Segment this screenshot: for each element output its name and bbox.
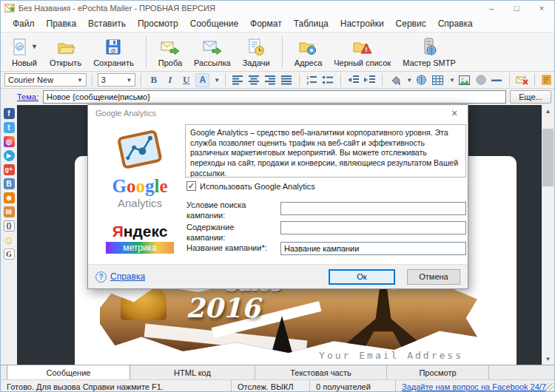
addresses-button[interactable]: Адреса [289, 34, 329, 70]
more-button[interactable]: Еще... [510, 90, 551, 104]
tab-text-part[interactable]: Текстовая часть [255, 365, 387, 379]
smiley-icon[interactable]: ☺ [4, 234, 15, 246]
main-toolbar: @ ▼ Новый Открыть @ Сохранить Проба Расс… [1, 33, 554, 72]
campaign-name-input[interactable] [280, 242, 466, 255]
minimize-button[interactable]: – [479, 1, 504, 16]
ok-button[interactable]: Ок [329, 269, 395, 285]
font-color-button[interactable]: A [195, 73, 209, 87]
fill-color-dropdown-arrow[interactable]: ▼ [406, 77, 412, 84]
font-family-select[interactable]: Courier New▼ [4, 73, 87, 87]
campaign-term-input[interactable] [280, 202, 466, 215]
font-color-dropdown-arrow[interactable]: ▼ [214, 77, 220, 84]
menu-file[interactable]: Файл [7, 16, 41, 31]
save-button[interactable]: @ Сохранить [87, 34, 140, 70]
googleplus-icon[interactable]: g+ [4, 164, 15, 175]
paris-collage-image: Sales 2016 [100, 280, 477, 353]
subject-label-link[interactable]: Тема: [17, 92, 38, 101]
menu-format[interactable]: Формат [244, 16, 288, 31]
chevron-down-icon: ▼ [126, 77, 132, 84]
bullet-list-icon[interactable] [321, 73, 335, 87]
odnoklassniki-icon[interactable]: ☻ [4, 192, 15, 203]
subject-input[interactable] [43, 90, 506, 104]
new-button[interactable]: @ ▼ Новый [5, 34, 44, 70]
send-campaign-button[interactable]: Рассылка [188, 34, 237, 70]
test-envelope-icon [160, 37, 180, 57]
yandex-wordmark: Яндекс [95, 223, 184, 240]
align-right-icon[interactable] [263, 73, 278, 87]
tab-message[interactable]: Сообщение [7, 365, 130, 379]
horizontal-rule-icon[interactable] [490, 73, 504, 87]
vertical-scrollbar[interactable]: ▲ ▼ [542, 105, 554, 365]
svg-text:!: ! [365, 46, 367, 53]
maximize-button[interactable]: □ [504, 1, 529, 16]
checkbox-checked-icon[interactable]: ✓ [186, 181, 196, 191]
window-title: Без Названия - ePochta Mailer - ПРОБНАЯ … [18, 4, 215, 13]
fill-color-icon[interactable] [388, 73, 402, 87]
facebook-support-link[interactable]: Задайте нам вопрос на Facebook 24/7 [402, 382, 546, 391]
title-bar: Без Названия - ePochta Mailer - ПРОБНАЯ … [1, 1, 554, 16]
menu-service[interactable]: Сервис [390, 16, 432, 31]
new-document-icon: @ [11, 37, 29, 57]
braces-icon[interactable]: {} [4, 220, 15, 232]
instagram-icon[interactable]: ◎ [4, 136, 15, 147]
menu-edit[interactable]: Правка [41, 16, 83, 31]
menu-settings[interactable]: Настройки [334, 16, 390, 31]
dialog-close-icon[interactable]: × [447, 107, 462, 119]
menu-table[interactable]: Таблица [288, 16, 334, 31]
resize-grip[interactable] [545, 383, 554, 392]
smtp-wizard-button[interactable]: Мастер SMTP [397, 34, 462, 70]
bold-button[interactable]: B [147, 73, 161, 87]
svg-text:1: 1 [306, 75, 309, 80]
telegram-icon[interactable]: ▶ [4, 150, 15, 161]
new-dropdown-arrow[interactable]: ▼ [31, 43, 38, 50]
cancel-button[interactable]: Отмена [407, 269, 460, 285]
tasks-button[interactable]: Задачи [237, 34, 276, 70]
close-button[interactable]: × [529, 1, 554, 16]
source-code-icon[interactable] [540, 73, 554, 87]
scroll-down-arrow[interactable]: ▼ [542, 353, 554, 365]
hyperlink-globe-icon[interactable] [414, 73, 428, 87]
save-floppy-icon: @ [104, 37, 123, 57]
twitter-icon[interactable]: t [4, 122, 15, 133]
indent-icon[interactable] [363, 73, 377, 87]
emoticon-icon[interactable] [474, 73, 488, 87]
italic-button[interactable]: I [163, 73, 177, 87]
vkontakte-icon[interactable]: В [4, 178, 15, 189]
svg-text:@: @ [16, 44, 22, 50]
envelope-icon[interactable]: ✉ [4, 206, 15, 217]
use-analytics-checkbox-row[interactable]: ✓ Использовать Google Analytics [186, 181, 315, 191]
test-send-button[interactable]: Проба [152, 34, 188, 70]
scrollbar-thumb[interactable] [542, 129, 554, 186]
campaign-content-label: Содержание кампании: [186, 223, 274, 243]
google-analytics-dialog: Google Analytics × Google Analytics Янде… [87, 104, 468, 289]
g-letter-icon[interactable]: G [4, 249, 15, 260]
open-button[interactable]: Открыть [44, 34, 87, 70]
table-dropdown-arrow[interactable]: ▼ [449, 77, 455, 84]
menu-insert[interactable]: Вставить [82, 16, 132, 31]
outdent-icon[interactable] [346, 73, 360, 87]
menu-help[interactable]: Справка [432, 16, 479, 31]
tab-preview[interactable]: Просмотр [387, 365, 489, 379]
underline-button[interactable]: U [179, 73, 193, 87]
font-size-select[interactable]: 3▼ [98, 73, 136, 87]
help-link[interactable]: Справка [110, 271, 145, 282]
help-question-icon[interactable]: ? [95, 271, 107, 283]
menu-message[interactable]: Сообщение [184, 16, 244, 31]
tab-html-code[interactable]: HTML код [130, 365, 255, 379]
blacklist-button[interactable]: ! Черный список [328, 34, 397, 70]
menu-bar: Файл Правка Вставить Просмотр Сообщение … [1, 16, 554, 33]
insert-image-icon[interactable] [457, 73, 471, 87]
scroll-up-arrow[interactable]: ▲ [542, 105, 554, 117]
tasks-clock-icon [246, 37, 266, 57]
facebook-icon[interactable]: f [4, 108, 15, 119]
insert-table-icon[interactable] [431, 73, 445, 87]
align-left-icon[interactable] [231, 73, 245, 87]
dialog-logo-column: Google Analytics Яндекс метрика [95, 129, 184, 254]
align-center-icon[interactable] [247, 73, 261, 87]
campaign-name-label: Название кампании*: [186, 243, 274, 254]
numbered-list-icon[interactable]: 12 [305, 73, 319, 87]
campaign-content-input[interactable] [280, 221, 466, 234]
menu-view[interactable]: Просмотр [132, 16, 184, 31]
align-justify-icon[interactable] [280, 73, 294, 87]
unsubscribe-link-icon[interactable] [515, 73, 529, 87]
